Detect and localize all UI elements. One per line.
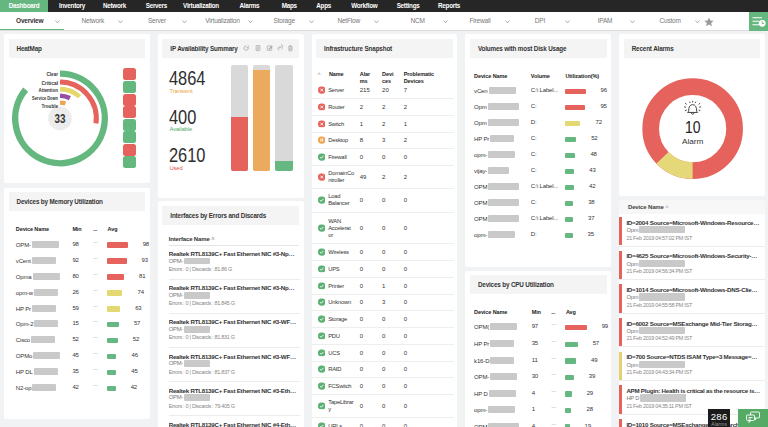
svg-text:10: 10 [685,119,701,136]
svg-text:Attention: Attention [38,88,58,94]
svg-text:Service Down: Service Down [32,95,58,101]
svg-text:Trouble: Trouble [41,103,57,109]
svg-text:33: 33 [54,112,65,126]
svg-text:Critical: Critical [41,80,58,86]
svg-text:Clear: Clear [46,71,58,77]
svg-text:Alarm: Alarm [682,137,703,146]
